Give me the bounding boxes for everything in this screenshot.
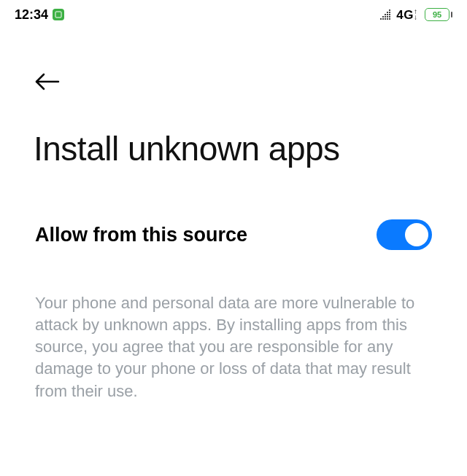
- status-bar: 12:34 4G↑↓ 95: [0, 0, 467, 29]
- setting-label: Allow from this source: [35, 224, 247, 246]
- back-button[interactable]: [35, 69, 60, 94]
- network-label: 4G↑↓: [395, 7, 417, 23]
- back-arrow-icon: [35, 73, 60, 90]
- allow-toggle[interactable]: [377, 219, 432, 250]
- status-app-icon: [53, 9, 64, 20]
- toggle-knob: [405, 223, 428, 246]
- status-right: 4G↑↓ 95: [377, 7, 452, 23]
- status-left: 12:34: [15, 7, 64, 23]
- battery-percent: 95: [425, 8, 449, 21]
- svg-rect-0: [55, 12, 61, 17]
- setting-description: Your phone and personal data are more vu…: [0, 250, 467, 402]
- page-title: Install unknown apps: [0, 94, 467, 168]
- setting-row: Allow from this source: [0, 168, 467, 250]
- status-time: 12:34: [15, 7, 48, 23]
- signal-icon: [380, 9, 390, 20]
- battery-icon: 95: [425, 8, 452, 21]
